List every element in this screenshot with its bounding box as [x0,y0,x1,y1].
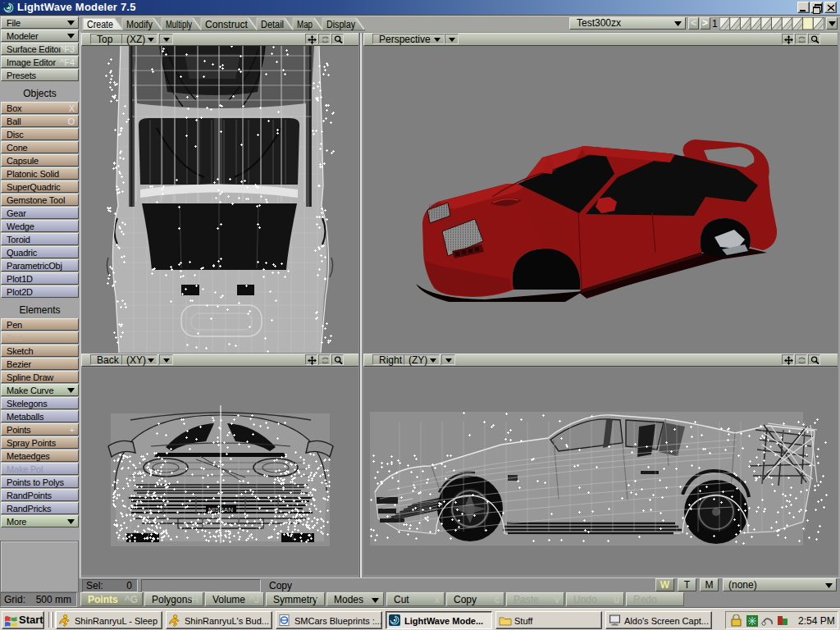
svg-text:Detail: Detail [261,19,284,30]
svg-text:Map: Map [297,19,313,30]
svg-text:Create: Create [87,19,113,30]
svg-text:Modify: Modify [126,19,153,30]
svg-text:Construct: Construct [205,19,249,30]
svg-text:Multiply: Multiply [166,19,192,30]
svg-text:Display: Display [326,19,355,30]
